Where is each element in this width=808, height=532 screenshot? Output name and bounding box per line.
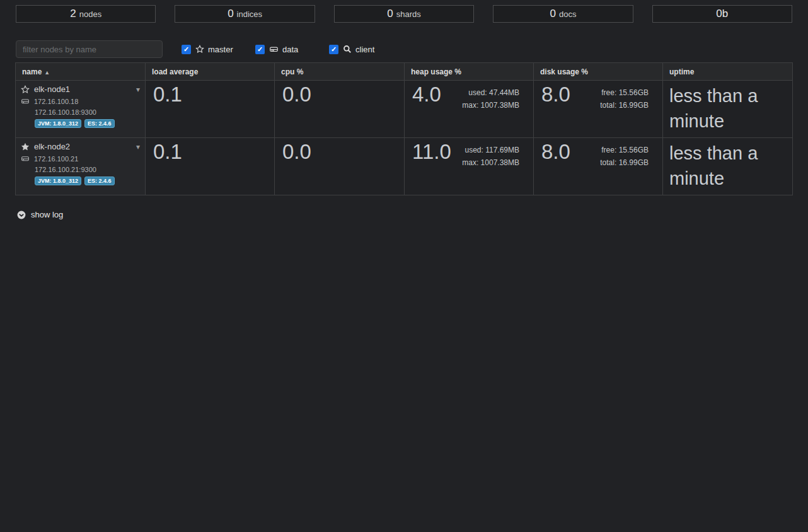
stat-shards: 0 shards — [334, 5, 474, 23]
load-average-value: 0.1 — [146, 138, 274, 163]
disk-total: total: 16.99GB — [600, 99, 649, 112]
filter-master-toggle[interactable]: ✓ master — [182, 45, 236, 54]
load-average-cell: 0.1 — [146, 81, 275, 138]
disk-free: free: 15.56GB — [600, 144, 649, 156]
stat-nodes-label: nodes — [79, 9, 101, 19]
node-transport-address: 172.16.100.21:9300 — [21, 166, 140, 173]
load-average-cell: 0.1 — [146, 138, 275, 195]
disk-free: free: 15.56GB — [600, 86, 649, 99]
filter-row: ✓ master ✓ data ✓ client — [0, 40, 808, 58]
stat-docs-label: docs — [559, 9, 576, 19]
column-disk-label: disk usage % — [540, 67, 588, 76]
node-dropdown-caret-icon[interactable]: ▾ — [136, 143, 140, 151]
stat-shards-label: shards — [396, 9, 421, 19]
hdd-icon — [21, 154, 30, 163]
uptime-cell: less than a minute — [663, 138, 793, 195]
cpu-value: 0.0 — [275, 81, 404, 106]
star-filled-icon — [21, 142, 30, 151]
column-header-name[interactable]: name▲ — [16, 63, 146, 81]
es-version-badge: ES: 2.4.6 — [84, 176, 115, 185]
node-address: 172.16.100.18 — [34, 98, 78, 105]
filter-nodes-input[interactable] — [16, 40, 163, 58]
stat-docs-value: 0 — [550, 8, 555, 20]
column-header-heap[interactable]: heap usage % — [405, 63, 534, 81]
stat-size-value: 0b — [716, 8, 728, 20]
heap-percent-value: 11.0 — [405, 138, 451, 169]
show-log-button[interactable]: show log — [17, 210, 808, 219]
node-name: elk-node1 — [34, 84, 70, 94]
disk-total: total: 16.99GB — [600, 156, 649, 169]
filter-client-toggle[interactable]: ✓ client — [329, 45, 384, 54]
column-header-cpu[interactable]: cpu % — [275, 63, 405, 81]
filter-master-label: master — [208, 45, 233, 54]
master-checkbox[interactable]: ✓ — [182, 45, 191, 54]
column-cpu-label: cpu % — [281, 67, 303, 76]
heap-used: used: 47.44MB — [462, 86, 519, 99]
data-checkbox[interactable]: ✓ — [255, 45, 265, 54]
column-heap-label: heap usage % — [411, 67, 461, 76]
node-name: elk-node2 — [34, 142, 70, 151]
es-version-badge: ES: 2.4.6 — [84, 119, 115, 128]
stat-size: 0b — [652, 5, 792, 23]
disk-percent-value: 8.0 — [534, 81, 570, 112]
column-header-load-average[interactable]: load average — [146, 63, 275, 81]
client-checkbox[interactable]: ✓ — [329, 45, 338, 54]
heap-percent-value: 4.0 — [405, 81, 441, 112]
node-transport-address: 172.16.100.18:9300 — [21, 108, 140, 116]
column-name-label: name — [22, 67, 42, 76]
nodes-table: name▲ load average cpu % heap usage % di… — [15, 62, 793, 195]
table-row: elk-node2 ▾ 172.16.100.21 172.16.100.21:… — [16, 138, 793, 195]
filter-data-label: data — [282, 45, 298, 54]
load-average-value: 0.1 — [146, 81, 274, 106]
heap-cell: 11.0 used: 117.69MB max: 1007.38MB — [405, 138, 534, 195]
table-row: elk-node1 ▾ 172.16.100.18 172.16.100.18:… — [16, 81, 793, 138]
heap-max: max: 1007.38MB — [462, 99, 519, 112]
stat-docs: 0 docs — [493, 5, 633, 23]
filter-client-label: client — [355, 45, 374, 54]
search-icon — [343, 45, 352, 54]
filter-data-toggle[interactable]: ✓ data — [255, 45, 310, 54]
heap-max: max: 1007.38MB — [462, 156, 519, 169]
heap-cell: 4.0 used: 47.44MB max: 1007.38MB — [405, 81, 534, 138]
node-dropdown-caret-icon[interactable]: ▾ — [136, 86, 140, 93]
cpu-cell: 0.0 — [275, 81, 405, 138]
star-outline-icon — [21, 85, 30, 94]
disk-percent-value: 8.0 — [534, 138, 570, 169]
column-header-uptime[interactable]: uptime — [663, 63, 793, 81]
jvm-version-badge: JVM: 1.8.0_312 — [35, 119, 81, 128]
node-address: 172.16.100.21 — [34, 155, 78, 163]
uptime-cell: less than a minute — [663, 81, 793, 138]
cpu-cell: 0.0 — [275, 138, 405, 195]
column-uptime-label: uptime — [669, 67, 694, 76]
star-icon — [195, 45, 204, 54]
stat-indices-label: indices — [237, 9, 262, 19]
stat-indices-value: 0 — [228, 8, 233, 20]
node-name-cell: elk-node2 ▾ 172.16.100.21 172.16.100.21:… — [16, 138, 146, 195]
stat-shards-value: 0 — [387, 8, 393, 20]
disk-cell: 8.0 free: 15.56GB total: 16.99GB — [534, 138, 663, 195]
uptime-value: less than a minute — [663, 138, 792, 191]
stat-nodes-value: 2 — [70, 8, 76, 20]
sort-asc-icon: ▲ — [44, 69, 50, 76]
table-header-row: name▲ load average cpu % heap usage % di… — [16, 63, 793, 81]
disk-cell: 8.0 free: 15.56GB total: 16.99GB — [534, 81, 663, 138]
column-load-label: load average — [152, 67, 198, 76]
stat-indices: 0 indices — [175, 5, 315, 23]
node-name-cell: elk-node1 ▾ 172.16.100.18 172.16.100.18:… — [16, 81, 146, 138]
hdd-icon — [269, 45, 279, 54]
cpu-value: 0.0 — [275, 138, 404, 163]
chevron-circle-down-icon — [17, 211, 26, 219]
column-header-disk[interactable]: disk usage % — [534, 63, 663, 81]
hdd-icon — [21, 97, 30, 105]
heap-used: used: 117.69MB — [462, 144, 519, 156]
stat-nodes: 2 nodes — [16, 5, 156, 23]
show-log-label: show log — [31, 210, 63, 219]
uptime-value: less than a minute — [663, 81, 792, 134]
cluster-stats-row: 2 nodes 0 indices 0 shards 0 docs 0b — [0, 0, 808, 23]
jvm-version-badge: JVM: 1.8.0_312 — [35, 176, 81, 185]
